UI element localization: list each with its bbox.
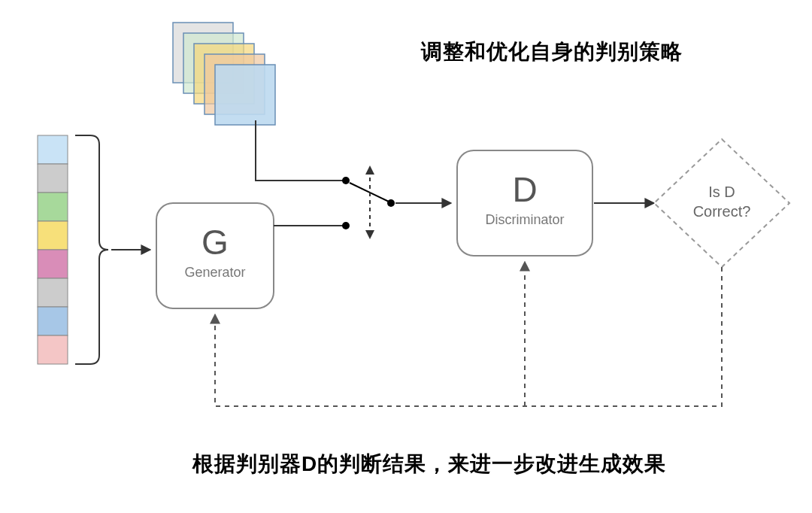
- feedback-to-generator: [215, 267, 722, 406]
- input-vector: [38, 135, 68, 364]
- input-vector-cell: [38, 221, 68, 250]
- decision-text-line2: Correct?: [693, 203, 751, 220]
- discriminator-letter: D: [512, 170, 537, 209]
- input-vector-cell: [38, 278, 68, 307]
- generator-letter: G: [201, 223, 229, 262]
- switch-terminal-top: [342, 177, 350, 184]
- real-samples-stack: [173, 23, 275, 125]
- generator-label: Generator: [184, 265, 245, 280]
- sample-image: [215, 65, 275, 125]
- input-vector-cell: [38, 135, 68, 164]
- input-vector-cell: [38, 250, 68, 278]
- decision-diamond: Is D Correct?: [654, 139, 789, 267]
- switch-pivot: [387, 199, 395, 207]
- diagram-svg: G Generator D Discriminator Is D Correct…: [0, 0, 812, 513]
- input-vector-cell: [38, 164, 68, 193]
- bracket-icon: [75, 135, 108, 364]
- line-real-to-switch: [256, 120, 346, 181]
- switch-terminal-bottom: [342, 222, 350, 229]
- discriminator-label: Discriminator: [485, 212, 564, 227]
- input-vector-cell: [38, 193, 68, 221]
- decision-text-line1: Is D: [708, 184, 735, 200]
- input-vector-cell: [38, 335, 68, 364]
- input-vector-cell: [38, 307, 68, 335]
